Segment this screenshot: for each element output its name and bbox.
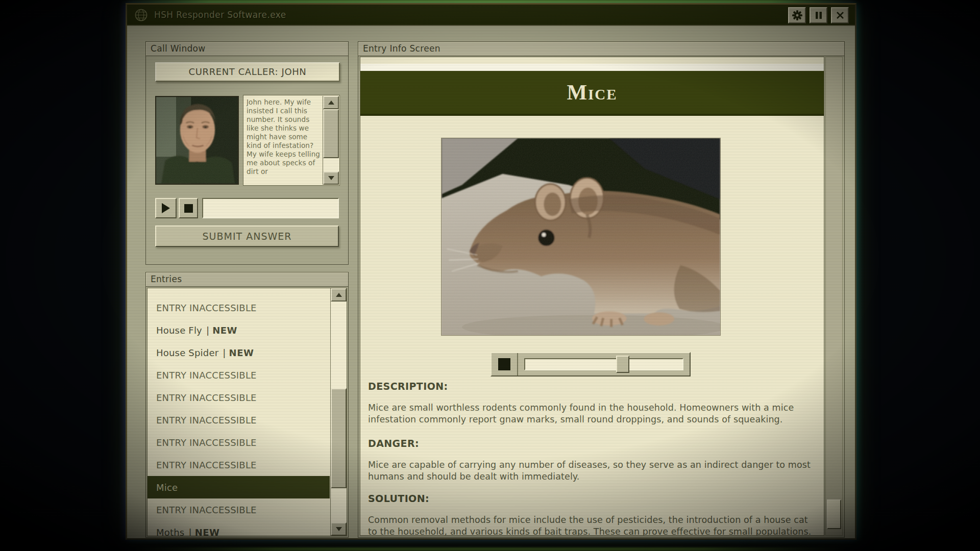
title-band-highlight [360,64,824,71]
entry-info-panel: Entry Info Screen Mice [358,41,845,538]
pause-button[interactable] [810,7,827,23]
transcript-scrollbar[interactable] [323,96,339,185]
entries-header: Entries [146,272,348,287]
window-title: HSH Responder Software.exe [154,10,286,20]
entry-list-item[interactable]: ENTRY INACCESSIBLE [148,364,330,386]
scroll-down-icon [336,527,342,531]
globe-icon [134,8,148,22]
description-heading: DESCRIPTION: [368,381,448,392]
pause-icon [814,11,823,20]
caller-transcript-box[interactable]: John here. My wife insisted I call this … [243,95,340,186]
entry-list-item[interactable]: ENTRY INACCESSIBLE [148,296,330,319]
entry-list-item[interactable]: House Fly|NEW [148,319,330,341]
entry-title-band: Mice [360,71,824,116]
stop-icon [184,204,193,213]
crt-glow-bottom [133,547,847,551]
audio-player [491,352,691,377]
caller-photo [155,96,239,185]
entry-list-item[interactable]: ENTRY INACCESSIBLE [148,386,330,409]
danger-heading: DANGER: [368,438,419,449]
stop-button[interactable] [179,198,198,218]
entry-list-item[interactable]: ENTRY INACCESSIBLE [148,431,330,454]
settings-button[interactable] [788,7,806,23]
entry-list-item[interactable]: House Spider|NEW [148,341,330,364]
entry-info-header: Entry Info Screen [358,42,844,56]
play-button[interactable] [155,198,177,218]
mouse-photo [441,138,721,336]
entries-panel: Entries ENTRY INACCESSIBLEHouse Fly|NEWH… [145,272,349,538]
call-window-header: Call Window [146,42,348,56]
scroll-up-icon [336,293,342,297]
entry-list-item[interactable]: Mice [148,476,330,498]
audio-stop-button[interactable] [492,353,518,375]
close-icon [836,11,845,20]
entry-list-item[interactable]: ENTRY INACCESSIBLE [148,409,330,431]
entry-list-item[interactable]: Moths|NEW [148,521,330,536]
call-window-panel: Call Window CURRENT CALLER: JOHN [145,41,349,265]
solution-body: Common removal methods for mice include … [368,514,813,536]
scroll-thumb[interactable] [827,499,841,529]
entry-list-item[interactable]: ENTRY INACCESSIBLE [148,498,330,521]
scroll-down-button[interactable] [323,171,339,185]
description-body: Mice are small worthless rodents commonl… [368,402,813,425]
entries-list: ENTRY INACCESSIBLEHouse Fly|NEWHouse Spi… [148,288,330,536]
stop-icon [498,358,510,370]
scroll-down-button[interactable] [331,522,347,536]
scroll-thumb[interactable] [331,388,347,488]
gear-icon [792,10,803,21]
submit-answer-button[interactable]: SUBMIT ANSWER [155,226,339,247]
scroll-down-icon [328,176,334,180]
audio-slider-track[interactable] [524,358,683,370]
close-button[interactable] [831,7,849,23]
entry-info-scrollbar[interactable] [825,57,843,536]
scroll-up-icon [328,101,334,105]
danger-body: Mice are capable of carrying any number … [368,459,813,482]
entry-info-content: Mice [360,57,824,536]
scroll-thumb[interactable] [323,109,339,158]
scroll-up-button[interactable] [331,288,347,302]
entries-scrollbar[interactable] [330,288,347,536]
entry-title: Mice [360,71,824,114]
titlebar: HSH Responder Software.exe [127,5,855,26]
solution-heading: SOLUTION: [368,493,429,504]
answer-input[interactable] [202,198,339,218]
audio-slider-handle[interactable] [616,356,629,373]
scroll-up-button[interactable] [323,96,339,109]
current-caller-label: CURRENT CALLER: JOHN [155,62,340,82]
play-icon [162,203,170,213]
app-window: HSH Responder Software.exe [126,3,856,540]
entry-list-item[interactable]: ENTRY INACCESSIBLE [148,454,330,476]
caller-transcript-text: John here. My wife insisted I call this … [247,98,321,183]
